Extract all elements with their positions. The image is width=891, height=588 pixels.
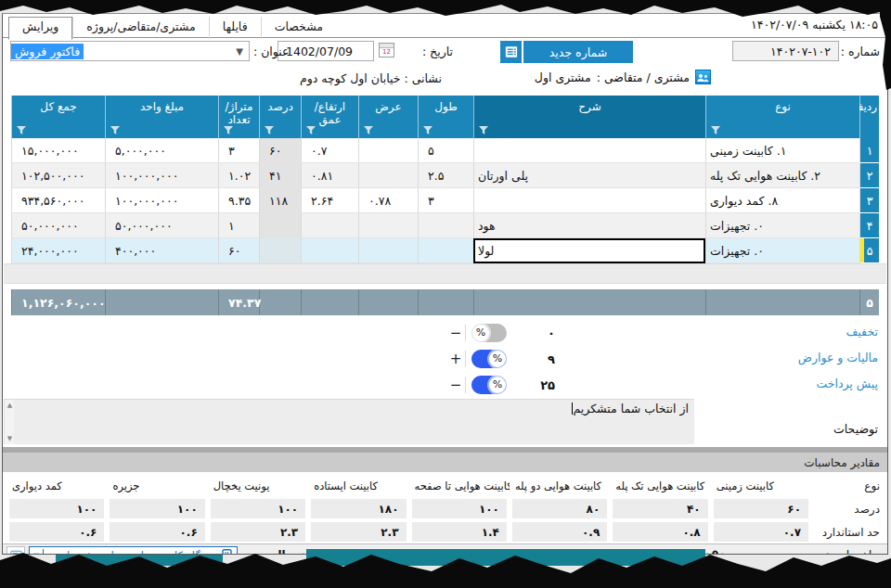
cell-wid[interactable] bbox=[358, 213, 418, 238]
cell-num[interactable]: ۵ bbox=[859, 238, 879, 263]
cell-len[interactable]: ۳ bbox=[418, 188, 473, 213]
cell-unit[interactable]: ۱۰۰,۰۰۰,۰۰۰ bbox=[105, 188, 218, 213]
notes-textarea[interactable]: از انتخاب شما متشکریم ▲ ▼ bbox=[4, 399, 694, 444]
adjustment-value[interactable]: ۲۵ bbox=[527, 378, 555, 392]
cell-unit[interactable]: ۴۰۰,۰۰۰ bbox=[105, 238, 218, 263]
column-header-hgt[interactable]: ارتفاع/عمق bbox=[301, 96, 358, 138]
tab-0[interactable]: ویرایش bbox=[8, 17, 72, 40]
calc-percent-cell[interactable]: ۱۰۰ bbox=[211, 499, 305, 518]
cell-hgt[interactable] bbox=[301, 238, 358, 263]
cell-len[interactable] bbox=[418, 213, 473, 238]
adjustment-label[interactable]: مالیات و عوارض bbox=[798, 351, 878, 364]
calc-standard-cell[interactable]: ۰.۸ bbox=[613, 522, 707, 542]
invoice-number-field[interactable]: ۱۴۰۲۰۷-۱۰۲ bbox=[732, 41, 839, 61]
calc-standard-cell[interactable]: ۱.۴ bbox=[412, 522, 507, 542]
cell-type[interactable]: ۲. کابینت هوایی تک پله bbox=[705, 163, 859, 188]
filter-funnel-icon[interactable] bbox=[423, 126, 433, 134]
column-header-qty[interactable]: متراژ/ تعداد bbox=[218, 96, 259, 138]
column-header-unit[interactable]: مبلغ واحد bbox=[105, 96, 218, 138]
plus-icon[interactable]: + bbox=[448, 351, 463, 367]
cell-qty[interactable]: ۹.۳۵ bbox=[218, 188, 259, 213]
cell-hgt[interactable]: ۲.۶۴ bbox=[301, 188, 358, 213]
calc-percent-cell[interactable]: ۸۰ bbox=[512, 499, 607, 518]
cell-wid[interactable] bbox=[358, 138, 418, 163]
column-header-len[interactable]: طول bbox=[418, 96, 473, 138]
adjustment-value[interactable]: ۹ bbox=[527, 352, 555, 366]
title-combobox[interactable]: ▼ فاکتور فروش bbox=[10, 41, 250, 61]
settings-list-icon-button[interactable] bbox=[6, 546, 25, 555]
cell-desc[interactable] bbox=[473, 138, 705, 163]
cell-pct[interactable]: ۴۱ bbox=[259, 163, 301, 188]
cell-len[interactable]: ۲.۵ bbox=[418, 163, 473, 188]
cell-total[interactable]: ۲۴,۰۰۰,۰۰۰ bbox=[11, 238, 105, 263]
cell-len[interactable] bbox=[418, 238, 473, 263]
cell-qty[interactable]: ۶۰ bbox=[218, 238, 259, 263]
filter-funnel-icon[interactable] bbox=[306, 126, 316, 134]
adjustment-label[interactable]: پیش پرداخت bbox=[816, 377, 878, 390]
filter-funnel-icon[interactable] bbox=[17, 126, 26, 134]
cell-qty[interactable]: ۱ bbox=[218, 213, 259, 238]
filter-funnel-icon[interactable] bbox=[265, 126, 274, 134]
tab-3[interactable]: مشخصات bbox=[261, 17, 336, 39]
calc-standard-cell[interactable]: ۰.۹ bbox=[512, 522, 607, 542]
calc-standard-cell[interactable]: ۰.۶ bbox=[9, 522, 104, 542]
cell-wid[interactable] bbox=[358, 238, 418, 263]
filter-funnel-icon[interactable] bbox=[224, 126, 233, 134]
cell-unit[interactable]: ۱۰۰,۰۰۰,۰۰۰ bbox=[105, 163, 218, 188]
cell-desc[interactable] bbox=[473, 188, 705, 213]
percent-toggle[interactable]: % bbox=[471, 324, 507, 342]
cell-unit[interactable]: ۵,۰۰۰,۰۰۰ bbox=[105, 138, 218, 163]
filter-funnel-icon[interactable] bbox=[110, 126, 120, 134]
calc-standard-cell[interactable]: ۰.۷ bbox=[714, 522, 808, 542]
cell-total[interactable]: ۱۵,۰۰۰,۰۰۰ bbox=[11, 138, 105, 163]
tab-1[interactable]: مشتری/متقاضی/پروژه bbox=[72, 17, 208, 39]
adjustment-label[interactable]: تخفیف bbox=[846, 325, 878, 339]
calc-percent-cell[interactable]: ۱۰۰ bbox=[110, 499, 204, 518]
cell-hgt[interactable]: ۰.۷ bbox=[301, 138, 358, 163]
date-field[interactable]: 1402/07/09 bbox=[278, 41, 374, 61]
column-header-total[interactable]: جمع کل bbox=[11, 96, 105, 138]
cell-wid[interactable]: ۰.۷۸ bbox=[358, 188, 418, 213]
calc-standard-cell[interactable]: ۰.۶ bbox=[110, 522, 204, 542]
new-number-button[interactable]: شماره جدید bbox=[523, 41, 633, 63]
cell-desc[interactable]: هود bbox=[473, 213, 705, 238]
filter-funnel-icon[interactable] bbox=[711, 126, 720, 134]
calc-percent-cell[interactable]: ۱۰۰ bbox=[9, 499, 104, 518]
tab-2[interactable]: فایلها bbox=[209, 17, 261, 39]
calc-percent-cell[interactable]: ۱۸۰ bbox=[311, 499, 406, 518]
column-header-type[interactable]: نوع bbox=[705, 96, 859, 138]
calc-percent-cell[interactable]: ۱۰۰ bbox=[412, 499, 507, 518]
cell-qty[interactable]: ۳ bbox=[218, 138, 259, 163]
cell-hgt[interactable]: ۰.۸۱ bbox=[301, 163, 358, 188]
calendar-icon[interactable] bbox=[378, 43, 394, 58]
cell-num[interactable]: ۴ bbox=[859, 213, 879, 238]
notes-scrollbar[interactable]: ▲ ▼ bbox=[4, 400, 14, 444]
cell-wid[interactable] bbox=[358, 163, 418, 188]
number-list-icon-button[interactable] bbox=[500, 41, 522, 63]
cell-desc[interactable]: لولا bbox=[473, 238, 705, 263]
cell-total[interactable]: ۵۰,۰۰۰,۰۰۰ bbox=[11, 213, 105, 238]
calc-percent-cell[interactable]: ۶۰ bbox=[714, 499, 808, 518]
cell-type[interactable]: ۸. کمد دیواری bbox=[705, 188, 859, 213]
cell-type[interactable]: ۰. تجهیزات bbox=[705, 238, 859, 263]
calc-percent-cell[interactable]: ۴۰ bbox=[613, 499, 707, 518]
percent-toggle[interactable]: % bbox=[471, 350, 507, 368]
column-header-wid[interactable]: عرض bbox=[358, 96, 418, 138]
card-reader-status[interactable]: دستگاه کارت خوانی تنظیم نشده است ▼ bbox=[29, 546, 238, 555]
customer-value[interactable]: مشتری اول bbox=[535, 70, 591, 84]
scroll-down-icon[interactable]: ▼ bbox=[5, 433, 15, 444]
cell-total[interactable]: ۱۰۲,۵۰۰,۰۰۰ bbox=[11, 163, 105, 188]
cell-pct[interactable]: ۶۰ bbox=[259, 138, 301, 163]
cell-pct[interactable]: ۱۱۸ bbox=[259, 188, 301, 213]
calc-standard-cell[interactable]: ۲.۳ bbox=[211, 522, 305, 542]
scroll-up-icon[interactable]: ▲ bbox=[5, 400, 15, 411]
cell-num[interactable]: ۱ bbox=[859, 138, 879, 163]
cell-pct[interactable] bbox=[259, 213, 301, 238]
cell-desc[interactable]: پلی اورتان bbox=[473, 163, 705, 188]
column-header-desc[interactable]: شرح bbox=[473, 96, 705, 138]
cell-unit[interactable]: ۵۰,۰۰۰,۰۰۰ bbox=[105, 213, 218, 238]
cell-total[interactable]: ۹۳۴,۵۶۰,۰۰۰ bbox=[11, 188, 105, 213]
cell-len[interactable]: ۵ bbox=[418, 138, 473, 163]
column-header-pct[interactable]: درصد bbox=[259, 96, 301, 138]
cell-hgt[interactable] bbox=[301, 213, 358, 238]
